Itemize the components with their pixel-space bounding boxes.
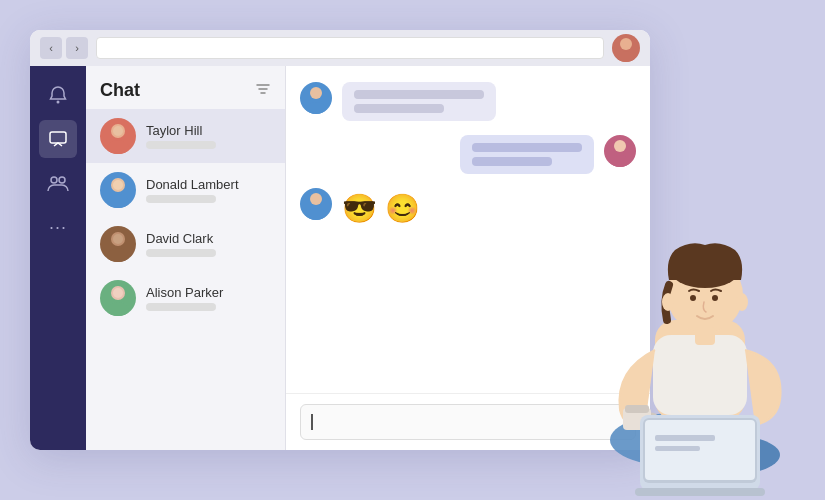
sidebar: ···: [30, 66, 86, 450]
user-avatar[interactable]: [612, 34, 640, 62]
msg-line: [472, 143, 582, 152]
sidebar-item-team[interactable]: [39, 164, 77, 202]
svg-point-2: [57, 101, 60, 104]
contact-avatar-david: [100, 226, 136, 262]
svg-point-13: [107, 248, 129, 262]
contact-avatar-taylor: [100, 118, 136, 154]
svg-point-11: [113, 180, 123, 190]
svg-point-41: [736, 293, 748, 311]
svg-rect-33: [655, 435, 715, 441]
msg-avatar-1: [300, 82, 332, 114]
sidebar-item-notifications[interactable]: [39, 76, 77, 114]
msg-bubble-1: [342, 82, 496, 121]
msg-emoji: 😎 😊: [342, 192, 420, 225]
svg-point-23: [306, 208, 326, 220]
contact-name-alison: Alison Parker: [146, 285, 223, 300]
svg-point-1: [617, 51, 635, 62]
contact-name-taylor: Taylor Hill: [146, 123, 216, 138]
contact-name-david: David Clark: [146, 231, 216, 246]
person-illustration: [585, 120, 825, 500]
back-button[interactable]: ‹: [40, 37, 62, 59]
msg-line: [354, 104, 444, 113]
contact-avatar-alison: [100, 280, 136, 316]
title-bar: ‹ ›: [30, 30, 650, 66]
svg-rect-29: [625, 405, 649, 413]
msg-line: [354, 90, 484, 99]
contact-name-donald: Donald Lambert: [146, 177, 239, 192]
nav-controls: ‹ ›: [40, 37, 88, 59]
sidebar-item-chat[interactable]: [39, 120, 77, 158]
msg-line: [472, 157, 552, 166]
svg-rect-35: [635, 488, 765, 496]
svg-point-4: [51, 177, 57, 183]
svg-point-7: [107, 140, 129, 154]
svg-point-0: [620, 38, 632, 50]
scene: ‹ ›: [0, 0, 825, 500]
contact-item-alison[interactable]: Alison Parker: [86, 271, 285, 325]
svg-rect-27: [653, 335, 747, 415]
svg-point-17: [113, 288, 123, 298]
msg-bubble-2: [460, 135, 594, 174]
svg-rect-3: [50, 132, 66, 143]
app-window: ‹ ›: [30, 30, 650, 450]
svg-point-14: [113, 234, 123, 244]
contact-info-donald: Donald Lambert: [146, 177, 239, 203]
contact-item-david[interactable]: David Clark: [86, 217, 285, 271]
svg-point-8: [113, 126, 123, 136]
svg-point-39: [712, 295, 718, 301]
contact-info-alison: Alison Parker: [146, 285, 223, 311]
contact-item-donald[interactable]: Donald Lambert: [86, 163, 285, 217]
svg-point-5: [59, 177, 65, 183]
message-row-1: [300, 82, 636, 121]
svg-point-16: [107, 302, 129, 316]
app-body: ··· Chat: [30, 66, 650, 450]
contact-panel-header: Chat: [86, 66, 285, 109]
contact-panel: Chat: [86, 66, 286, 450]
contact-preview-david: [146, 249, 216, 257]
svg-point-22: [310, 193, 322, 205]
svg-point-38: [690, 295, 696, 301]
svg-point-40: [662, 293, 674, 311]
svg-point-19: [306, 102, 326, 114]
contact-preview-donald: [146, 195, 216, 203]
sidebar-item-more[interactable]: ···: [39, 208, 77, 246]
svg-point-18: [310, 87, 322, 99]
contact-info-taylor: Taylor Hill: [146, 123, 216, 149]
forward-button[interactable]: ›: [66, 37, 88, 59]
msg-avatar-3: [300, 188, 332, 220]
svg-point-10: [107, 194, 129, 208]
contact-preview-alison: [146, 303, 216, 311]
contact-info-david: David Clark: [146, 231, 216, 257]
filter-icon[interactable]: [255, 81, 271, 100]
search-bar[interactable]: [96, 37, 604, 59]
cursor: [311, 414, 313, 430]
svg-rect-34: [655, 446, 700, 451]
contact-preview-taylor: [146, 141, 216, 149]
contact-avatar-donald: [100, 172, 136, 208]
svg-rect-42: [695, 327, 715, 345]
chat-title: Chat: [100, 80, 140, 101]
contact-item-taylor[interactable]: Taylor Hill: [86, 109, 285, 163]
